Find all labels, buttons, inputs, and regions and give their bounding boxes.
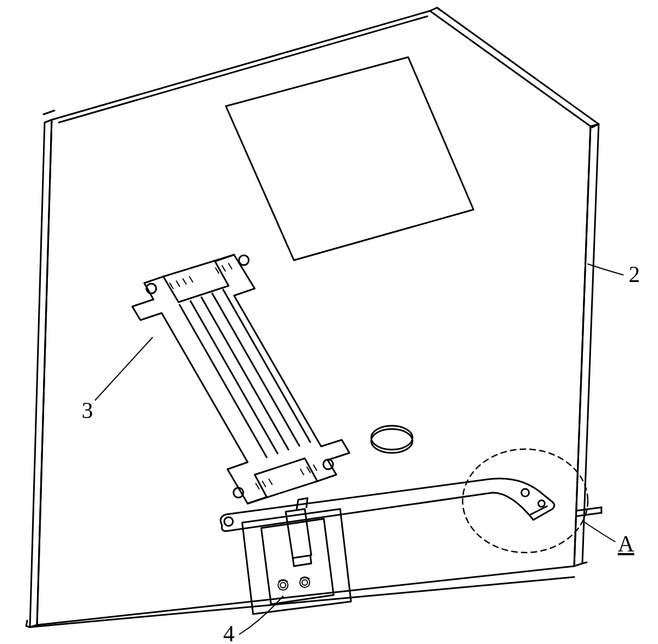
drawing-svg — [0, 0, 658, 644]
round-boss — [371, 426, 413, 453]
callout-3: 3 — [82, 397, 93, 424]
grille — [132, 255, 349, 504]
svg-point-13 — [463, 449, 588, 553]
window-cutout — [226, 57, 473, 260]
svg-point-10 — [280, 582, 286, 588]
svg-point-12 — [302, 580, 308, 585]
svg-point-11 — [300, 578, 310, 587]
callout-4: 4 — [223, 621, 235, 644]
leaders — [95, 264, 623, 634]
callout-A: A — [618, 531, 634, 557]
detail-circle — [463, 449, 588, 553]
svg-point-8 — [538, 500, 545, 507]
svg-point-6 — [224, 517, 233, 526]
linkage-arm — [220, 479, 601, 531]
svg-point-9 — [278, 580, 288, 590]
callout-2: 2 — [629, 261, 640, 287]
panel-outline — [26, 8, 599, 627]
svg-point-1 — [239, 255, 249, 265]
figure-container: 2 3 4 A — [0, 0, 658, 644]
svg-point-7 — [521, 489, 529, 496]
